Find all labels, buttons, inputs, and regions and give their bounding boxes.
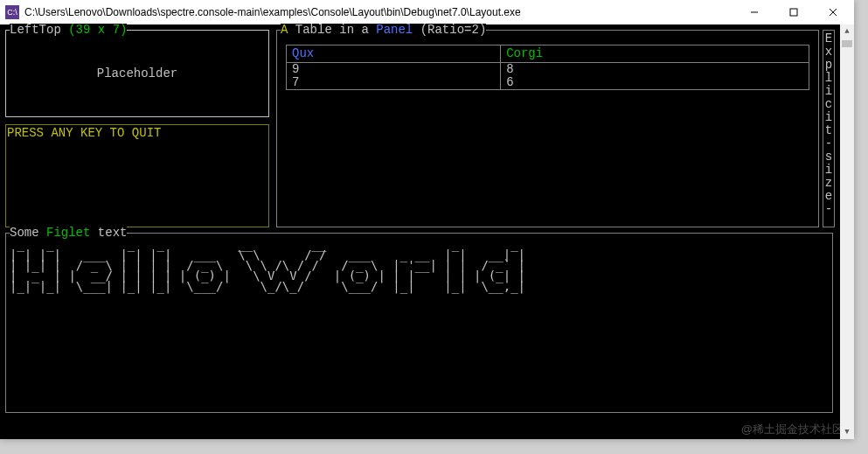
tp-label-in-a: in a (332, 23, 376, 37)
data-table: Qux Corgi 9 7 8 6 (286, 45, 809, 90)
svg-rect-1 (790, 9, 797, 16)
side-char: - (823, 203, 834, 216)
side-column: Explicit-size- (823, 30, 835, 227)
cell: 6 (506, 76, 803, 89)
press-text: PRESS ANY KEY TO QUIT (7, 126, 161, 140)
scroll-up-icon[interactable]: ▲ (840, 24, 854, 38)
close-icon (829, 8, 837, 17)
tp-label-table: Table (295, 23, 332, 37)
scroll-down-icon[interactable]: ▼ (840, 425, 854, 439)
lefttop-label: LeftTop (39 x 7) (10, 24, 127, 37)
side-char: e (823, 190, 834, 203)
side-char: c (823, 98, 834, 111)
side-char: i (823, 85, 834, 98)
maximize-button[interactable] (774, 0, 813, 24)
window-title: C:\Users\Lenovo\Downloads\spectre.consol… (24, 6, 734, 18)
side-char: p (823, 59, 834, 72)
side-char: z (823, 177, 834, 190)
figlet-label-some: Some (10, 226, 46, 240)
table-panel: A Table in a Panel (Ratio=2) Qux Corgi 9… (276, 30, 819, 227)
figlet-label: Some Figlet text (10, 227, 127, 240)
figlet-ascii: _ _ _ _ __ __ _ _ | | | | ___ | | | | __… (10, 239, 829, 291)
scroll-thumb[interactable] (842, 40, 852, 47)
col-header-qux: Qux (287, 45, 501, 63)
minimize-icon (750, 8, 759, 17)
lefttop-panel: LeftTop (39 x 7) Placeholder (5, 30, 269, 117)
side-char: i (823, 164, 834, 177)
close-button[interactable] (813, 0, 852, 24)
vertical-scrollbar[interactable]: ▲ ▼ (840, 24, 854, 439)
minimize-button[interactable] (734, 0, 774, 24)
col-header-corgi: Corgi (501, 45, 809, 63)
side-char: E (823, 32, 834, 45)
app-icon: C:\ (5, 5, 19, 19)
figlet-label-figlet: Figlet (46, 226, 90, 240)
app-window: C:\ C:\Users\Lenovo\Downloads\spectre.co… (0, 0, 854, 439)
side-char: i (823, 111, 834, 124)
lefttop-body: Placeholder (6, 31, 268, 116)
tp-label-a: A (281, 23, 295, 37)
table-panel-label: A Table in a Panel (Ratio=2) (281, 24, 486, 37)
figlet-label-text: text (90, 226, 127, 240)
maximize-icon (789, 8, 798, 17)
side-char: t (823, 124, 834, 137)
table-row: 9 7 8 6 (287, 63, 809, 90)
tp-label-ratio: (Ratio=2) (413, 23, 486, 37)
press-panel: PRESS ANY KEY TO QUIT (5, 124, 269, 227)
side-char: s (823, 150, 834, 164)
console-area: LeftTop (39 x 7) Placeholder PRESS ANY K… (0, 24, 854, 439)
tp-label-panel: Panel (376, 23, 413, 37)
titlebar[interactable]: C:\ C:\Users\Lenovo\Downloads\spectre.co… (0, 0, 854, 24)
figlet-panel: Some Figlet text _ _ _ _ __ __ _ _ | | |… (5, 233, 833, 413)
lefttop-label-prefix: LeftTop (10, 23, 68, 37)
cell: 8 (506, 63, 803, 76)
watermark: @稀土掘金技术社区 (741, 423, 844, 436)
cell: 7 (292, 76, 495, 89)
lefttop-label-dims: (39 x 7) (68, 23, 127, 37)
side-char: x (823, 45, 834, 59)
side-char: l (823, 72, 834, 85)
cell: 9 (292, 63, 495, 76)
side-char: - (823, 137, 834, 150)
